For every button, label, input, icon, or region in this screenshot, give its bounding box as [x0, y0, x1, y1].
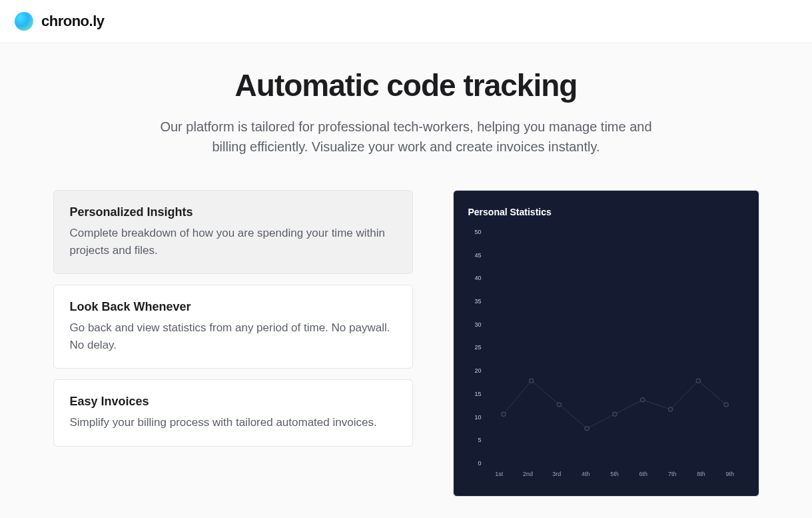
- chart-col: Personal Statistics 50454035302520151050…: [453, 190, 759, 497]
- x-tick: 4th: [576, 467, 595, 481]
- feature-card-title: Easy Invoices: [70, 395, 396, 409]
- y-tick: 10: [474, 415, 481, 421]
- feature-card-title: Personalized Insights: [70, 205, 396, 219]
- chart-panel: Personal Statistics 50454035302520151050…: [453, 190, 759, 497]
- chart-title: Personal Statistics: [468, 207, 744, 217]
- chart-plot: 50454035302520151050 1st2nd3rd4th5th6th7…: [468, 228, 744, 481]
- x-tick: 2nd: [518, 467, 538, 481]
- chart-plot-area: 1st2nd3rd4th5th6th7th8th9th: [486, 228, 744, 481]
- chart-y-axis: 50454035302520151050: [468, 228, 486, 481]
- y-tick: 25: [474, 345, 481, 351]
- y-tick: 20: [474, 368, 481, 374]
- x-tick: 6th: [633, 467, 653, 481]
- feature-card-desc: Complete breakdown of how you are spendi…: [70, 225, 396, 259]
- y-tick: 50: [474, 229, 481, 235]
- x-tick: 7th: [662, 467, 681, 481]
- y-tick: 45: [474, 253, 481, 259]
- hero-section: Automatic code tracking Our platform is …: [0, 43, 812, 518]
- y-tick: 40: [474, 275, 481, 281]
- feature-card-insights[interactable]: Personalized Insights Complete breakdown…: [53, 190, 413, 274]
- brand-name[interactable]: chrono.ly: [41, 13, 105, 30]
- feature-card-desc: Go back and view statistics from any per…: [70, 319, 396, 353]
- chart-bars: [486, 228, 744, 467]
- topbar: chrono.ly: [0, 0, 812, 43]
- x-tick: 8th: [691, 467, 711, 481]
- y-tick: 5: [478, 437, 481, 443]
- feature-card-lookback[interactable]: Look Back Whenever Go back and view stat…: [53, 285, 413, 369]
- x-tick: 1st: [490, 467, 509, 481]
- page-title: Automatic code tracking: [53, 67, 759, 103]
- x-tick: 3rd: [547, 467, 566, 481]
- feature-card-title: Look Back Whenever: [70, 300, 396, 314]
- hero-inner: Automatic code tracking Our platform is …: [40, 67, 773, 497]
- x-tick: 5th: [605, 467, 624, 481]
- y-tick: 0: [478, 461, 481, 467]
- y-tick: 30: [474, 322, 481, 328]
- y-tick: 15: [474, 391, 481, 397]
- logo-icon: [15, 12, 33, 31]
- y-tick: 35: [474, 299, 481, 305]
- page-subtitle: Our platform is tailored for professiona…: [153, 117, 659, 157]
- feature-card-desc: Simplify your billing process with tailo…: [70, 414, 396, 431]
- hero-grid: Personalized Insights Complete breakdown…: [53, 190, 759, 497]
- feature-card-invoices[interactable]: Easy Invoices Simplify your billing proc…: [53, 379, 413, 447]
- chart-x-axis: 1st2nd3rd4th5th6th7th8th9th: [486, 467, 744, 481]
- x-tick: 9th: [720, 467, 739, 481]
- feature-cards: Personalized Insights Complete breakdown…: [53, 190, 413, 447]
